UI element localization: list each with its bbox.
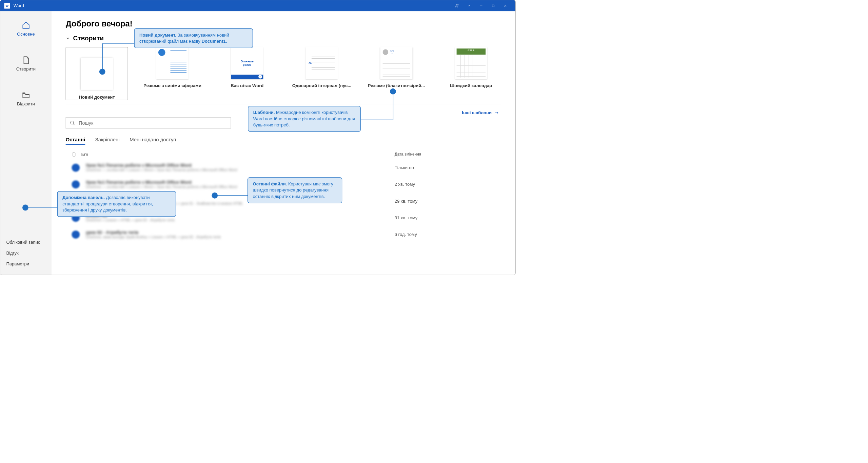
sidebar-item-options[interactable]: Параметри <box>6 262 45 267</box>
tab-recent[interactable]: Останні <box>66 137 85 145</box>
callout-dot <box>22 205 28 211</box>
file-row[interactable]: урок 02 - Атрибути тегівOneDrive, яким в… <box>66 226 501 243</box>
sidebar-label: Основне <box>17 32 35 37</box>
account-icon[interactable] <box>451 0 463 12</box>
callout-line <box>361 120 393 120</box>
sidebar-item-account[interactable]: Обліковий запис <box>6 240 45 245</box>
word-file-icon <box>72 164 80 172</box>
chevron-down-icon <box>66 36 70 40</box>
search-box[interactable] <box>66 117 231 128</box>
sidebar-item-feedback[interactable]: Відгук <box>6 251 45 256</box>
document-icon <box>22 56 30 64</box>
file-date: 2 хв. тому <box>395 182 495 187</box>
svg-line-9 <box>73 124 75 125</box>
sidebar-label: Відкрити <box>17 101 35 106</box>
word-app-icon: W <box>4 3 10 9</box>
callout-dot <box>99 69 105 75</box>
template-welcome[interactable]: Огляньте разом→ Вас вітає Word <box>217 47 277 100</box>
search-input[interactable] <box>79 120 226 126</box>
recent-tabs: Останні Закріплені Мені надано доступ <box>66 137 501 145</box>
svg-point-2 <box>469 7 469 7</box>
callout-sidebar: Допоміжна панель. Дозволяє виконувати ст… <box>57 191 176 217</box>
word-file-icon <box>72 180 80 188</box>
callout-line <box>25 207 58 208</box>
folder-open-icon <box>22 91 30 99</box>
sidebar-label: Створити <box>16 66 36 72</box>
file-row[interactable]: Урок №1 Початок роботи з Microsoft Offic… <box>66 159 501 176</box>
document-icon <box>72 152 76 157</box>
minimize-button[interactable] <box>475 0 487 12</box>
callout-templates: Шаблони. Міжнародне ком'юніті користувач… <box>248 106 361 132</box>
column-date: Дата змінення <box>395 152 495 157</box>
home-icon <box>22 21 30 29</box>
arrow-right-icon: → <box>258 75 262 79</box>
file-date: 29 хв. тому <box>395 198 495 203</box>
callout-new-document: Новий документ. За замовчуванням новий с… <box>134 28 253 48</box>
greeting: Доброго вечора! <box>66 19 501 28</box>
file-date: 31 хв. тому <box>395 215 495 220</box>
close-button[interactable] <box>499 0 512 12</box>
callout-line <box>102 43 135 44</box>
maximize-button[interactable] <box>487 0 499 12</box>
word-file-icon <box>72 230 80 239</box>
file-date: Тільки-но <box>395 165 495 170</box>
file-list-header: Ім'я Дата змінення <box>66 150 501 159</box>
main-content: Доброго вечора! Створити Новий документ … <box>52 11 515 275</box>
app-name: Word <box>14 3 24 8</box>
arrow-right-icon <box>494 111 499 115</box>
template-single-spacing[interactable]: Aa Одинарний інтервал (пус... <box>292 47 352 100</box>
create-section-header[interactable]: Створити <box>66 35 501 42</box>
divider <box>66 104 501 104</box>
app-window: W Word Основне Створити Відкрити Обліков… <box>0 0 516 275</box>
column-name: Ім'я <box>81 152 88 157</box>
template-resume-blue-spheres[interactable]: Резюме з синіми сферами <box>142 47 203 100</box>
tab-pinned[interactable]: Закріплені <box>95 137 120 145</box>
tab-shared[interactable]: Мені надано доступ <box>130 137 176 145</box>
sidebar-item-new[interactable]: Створити <box>0 52 52 75</box>
template-calendar[interactable]: СІЧЕНЬ Швидкий календар <box>441 47 501 100</box>
create-heading: Створити <box>73 35 104 42</box>
file-date: 6 год. тому <box>395 232 495 237</box>
svg-point-8 <box>71 121 74 124</box>
sidebar: Основне Створити Відкрити Обліковий запи… <box>0 11 52 275</box>
template-resume-blue-gray[interactable]: Ім'я тут Резюме (блакитно-сірий... <box>366 47 427 100</box>
callout-recent-files: Останні файли. Користувач має змогу швид… <box>248 177 342 203</box>
sidebar-item-open[interactable]: Відкрити <box>0 87 52 110</box>
svg-rect-4 <box>492 5 494 7</box>
callout-dot <box>390 88 396 95</box>
search-icon <box>70 120 75 125</box>
template-gallery: Новий документ Резюме з синіми сферами О… <box>66 47 501 100</box>
callout-dot <box>212 193 218 199</box>
titlebar: W Word <box>0 0 515 12</box>
callout-line <box>102 43 103 71</box>
svg-point-1 <box>458 4 458 5</box>
callout-line <box>393 92 393 120</box>
help-button[interactable] <box>463 0 475 12</box>
template-blank[interactable]: Новий документ <box>66 47 128 100</box>
svg-point-0 <box>456 4 457 6</box>
sidebar-item-home[interactable]: Основне <box>0 17 52 40</box>
callout-line <box>215 195 249 196</box>
